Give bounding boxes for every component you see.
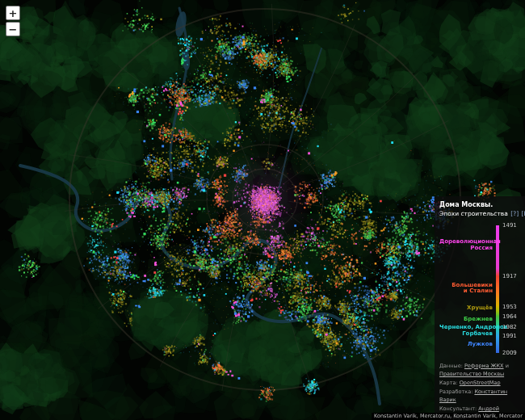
legend-era-label-0: ДореволюционнаяРоссия bbox=[439, 239, 493, 252]
credit-text: и bbox=[504, 363, 509, 369]
credit-link[interactable]: Правительство Москвы bbox=[439, 371, 504, 377]
legend-year-1917: 1917 bbox=[502, 273, 517, 279]
legend-year-1991: 1991 bbox=[502, 333, 517, 339]
credit-line: Разработка: Константин Варик bbox=[439, 388, 520, 405]
legend-era-label-4: Черненко, АндроповГорбачев bbox=[439, 326, 493, 338]
legend-help-link[interactable]: [?] bbox=[510, 210, 519, 217]
legend-title: Дома Москвы. bbox=[439, 201, 520, 210]
legend-era-label-2: Хрущёв bbox=[439, 305, 493, 312]
legend-panel: Дома Москвы. Эпохи строительства [?] [E]… bbox=[435, 196, 525, 420]
zoom-controls: + − bbox=[6, 6, 20, 36]
legend-year-1491: 1491 bbox=[502, 222, 517, 229]
credit-text: Разработка: bbox=[439, 388, 474, 395]
legend-year-2009: 2009 bbox=[502, 350, 517, 356]
legend-credits: Данные: Реформа ЖКХ иПравительство Москв… bbox=[439, 362, 520, 420]
map-attribution: Konstantin Varik, Mercator.ru, Konstanti… bbox=[372, 413, 525, 420]
legend-year-1953: 1953 bbox=[502, 304, 517, 310]
credit-link[interactable]: OpenStreetMap bbox=[460, 380, 501, 386]
credit-line: Правительство Москвы bbox=[439, 370, 520, 379]
legend-era-label-3: Брежнев bbox=[439, 317, 493, 323]
legend-year-1982: 1982 bbox=[502, 324, 517, 330]
credit-text: Карта: bbox=[439, 380, 460, 386]
legend-year-1964: 1964 bbox=[502, 313, 517, 320]
legend-lang-link[interactable]: [E] bbox=[521, 210, 525, 217]
credit-line: Данные: Реформа ЖКХ и bbox=[439, 362, 520, 371]
zoom-in-button[interactable]: + bbox=[6, 6, 20, 20]
legend-era-label-5: Лужков bbox=[439, 342, 493, 348]
legend-era-label-1: Большевикии Сталин bbox=[439, 283, 493, 296]
map-app: + − Дома Москвы. Эпохи строительства [?]… bbox=[0, 0, 525, 420]
credit-line: Карта: OpenStreetMap bbox=[439, 379, 520, 388]
credit-text: Данные: bbox=[439, 363, 464, 369]
zoom-out-button[interactable]: − bbox=[6, 22, 20, 36]
legend-subtitle: Эпохи строительства [?] [E] bbox=[439, 210, 520, 218]
legend-scale: ДореволюционнаяРоссияБольшевикии СталинХ… bbox=[439, 225, 520, 353]
legend-subtitle-text: Эпохи строительства bbox=[439, 210, 508, 217]
credit-link[interactable]: Реформа ЖКХ bbox=[464, 363, 504, 369]
credit-text: Консультант: bbox=[439, 405, 478, 412]
